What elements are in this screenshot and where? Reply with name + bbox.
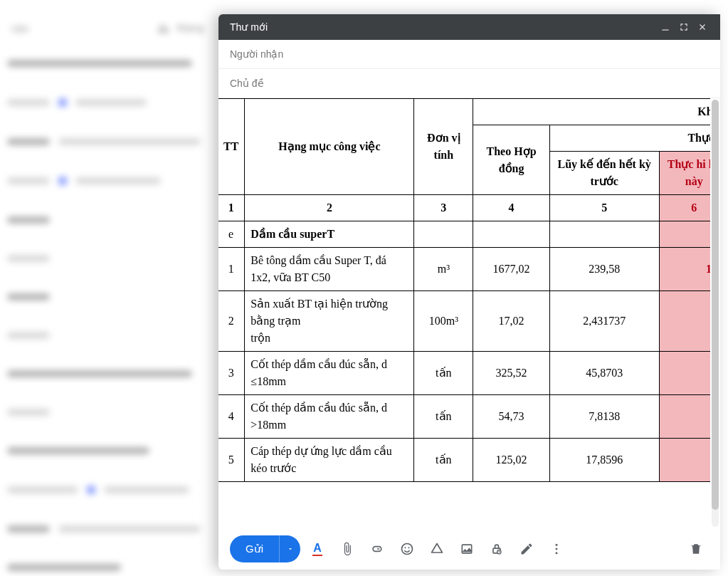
th-unit: Đơn vị tính xyxy=(414,99,473,195)
drive-icon[interactable] xyxy=(424,536,450,562)
svg-rect-2 xyxy=(662,30,668,31)
more-icon[interactable] xyxy=(544,536,569,562)
nav-item: Mạng xyxy=(157,21,204,34)
table-row: 5 Cáp thép dự ứng lực dầm cầu kéo trước … xyxy=(218,439,710,482)
compose-window: Thư mới Người nhận Chủ đề TT Hạng mục cô… xyxy=(218,14,720,570)
subject-field[interactable]: Chủ đề xyxy=(218,69,720,98)
table-row: 1 Bê tông dầm cầu Super T, đá 1x2, vữa B… xyxy=(218,248,710,291)
format-icon[interactable]: A xyxy=(305,536,330,562)
minimize-icon[interactable] xyxy=(656,18,675,36)
confidential-icon[interactable] xyxy=(484,536,510,562)
svg-point-5 xyxy=(408,547,410,548)
pen-icon[interactable] xyxy=(514,536,539,562)
colnum: 5 xyxy=(549,195,659,221)
section-name: Dầm cầu superT xyxy=(245,221,414,248)
th-work: Hạng mục công việc xyxy=(245,99,414,195)
colnum: 1 xyxy=(218,195,245,221)
send-more-button[interactable] xyxy=(279,535,300,562)
svg-point-11 xyxy=(556,552,558,554)
nav-item: cáo xyxy=(11,21,28,34)
th-contract: Theo Hợp đồng xyxy=(473,125,550,195)
compose-title: Thư mới xyxy=(230,21,656,33)
th-this: Thực hi kỳ này xyxy=(659,152,710,195)
svg-point-1 xyxy=(164,25,167,28)
colnum: 2 xyxy=(245,195,414,221)
emoji-icon[interactable] xyxy=(394,536,420,562)
svg-point-0 xyxy=(159,25,163,28)
table-row: 3 Cốt thép dầm cầu đúc sẵn, d ≤18mm tấn … xyxy=(218,352,710,395)
attach-icon[interactable] xyxy=(334,536,360,562)
svg-point-3 xyxy=(402,544,413,555)
fullscreen-icon[interactable] xyxy=(675,18,693,36)
compose-toolbar: Gửi A xyxy=(218,528,720,570)
th-khoi: Khối xyxy=(473,99,710,125)
th-tt: TT xyxy=(218,99,245,195)
pasted-table: TT Hạng mục công việc Đơn vị tính Khối T… xyxy=(218,98,710,482)
table-row: 2 Sản xuất BT tại hiện trường bằng trạm … xyxy=(218,291,710,352)
recipients-field[interactable]: Người nhận xyxy=(218,40,720,69)
colnum: 4 xyxy=(473,195,550,221)
svg-point-10 xyxy=(556,548,558,550)
table-row: 4 Cốt thép dầm cầu đúc sẵn, d >18mm tấn … xyxy=(218,395,710,439)
th-accum: Lũy kế đến hết kỳ trước xyxy=(549,152,659,195)
th-thuch: Thực h xyxy=(549,125,710,152)
close-icon[interactable] xyxy=(693,18,712,36)
trash-icon[interactable] xyxy=(683,536,709,562)
colnum: 6 xyxy=(659,195,710,221)
colnum: 3 xyxy=(414,195,473,221)
compose-body[interactable]: TT Hạng mục công việc Đơn vị tính Khối T… xyxy=(218,98,720,528)
scrollbar[interactable] xyxy=(712,100,719,527)
svg-point-4 xyxy=(405,547,406,548)
compose-header: Thư mới xyxy=(218,14,720,40)
link-icon[interactable] xyxy=(364,536,390,562)
section-id: e xyxy=(218,221,245,248)
scrollbar-thumb[interactable] xyxy=(712,100,719,510)
image-icon[interactable] xyxy=(454,536,480,562)
svg-point-9 xyxy=(556,544,558,546)
send-button[interactable]: Gửi xyxy=(230,535,279,562)
